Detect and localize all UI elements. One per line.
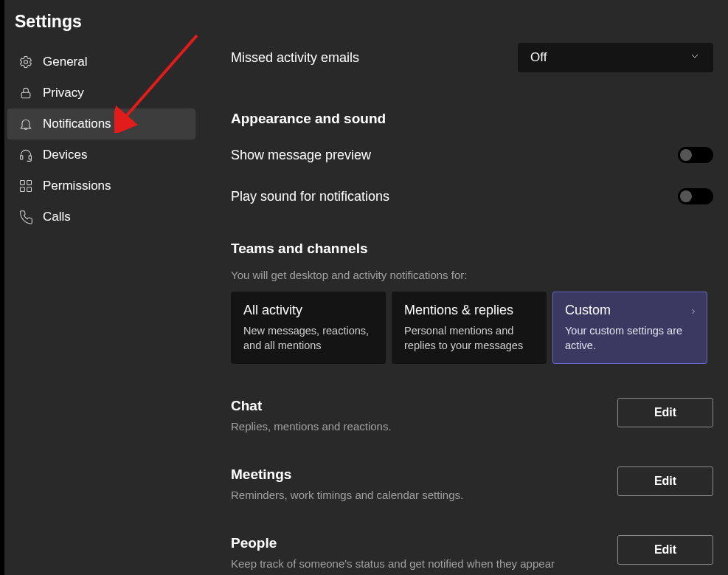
teams-channels-heading: Teams and channels [231, 241, 713, 257]
svg-rect-2 [21, 156, 23, 159]
sidebar-item-privacy[interactable]: Privacy [7, 78, 195, 109]
card-mentions-replies[interactable]: Mentions & replies Personal mentions and… [392, 292, 547, 364]
chevron-down-icon [689, 50, 701, 66]
play-sound-label: Play sound for notifications [231, 189, 389, 204]
card-title: Mentions & replies [404, 303, 534, 318]
meetings-title: Meetings [231, 466, 463, 483]
sidebar-item-label: Privacy [43, 86, 84, 100]
meetings-edit-button[interactable]: Edit [617, 466, 713, 496]
sidebar-item-notifications[interactable]: Notifications [7, 109, 195, 140]
card-title: All activity [243, 303, 373, 318]
missed-activity-dropdown[interactable]: Off [518, 43, 713, 72]
sidebar-item-label: General [43, 55, 87, 69]
show-preview-label: Show message preview [231, 148, 371, 163]
svg-rect-1 [21, 92, 30, 98]
sidebar: Settings General Privacy Notifications D… [4, 0, 198, 575]
people-desc: Keep track of someone's status and get n… [231, 557, 555, 570]
svg-rect-6 [21, 187, 25, 192]
card-desc: Personal mentions and replies to your me… [404, 324, 534, 353]
sidebar-item-devices[interactable]: Devices [7, 140, 195, 171]
people-edit-button[interactable]: Edit [617, 535, 713, 565]
sidebar-item-label: Calls [43, 210, 71, 224]
sidebar-item-calls[interactable]: Calls [7, 202, 195, 233]
sidebar-item-permissions[interactable]: Permissions [7, 171, 195, 202]
people-title: People [231, 535, 555, 551]
lock-icon [18, 85, 34, 101]
sidebar-item-general[interactable]: General [7, 47, 195, 78]
svg-rect-5 [27, 181, 32, 185]
svg-rect-3 [29, 156, 31, 159]
svg-rect-7 [27, 187, 32, 192]
svg-point-0 [24, 61, 28, 64]
card-custom[interactable]: Custom Your custom settings are active. [552, 292, 707, 364]
sidebar-item-label: Permissions [43, 179, 111, 193]
card-all-activity[interactable]: All activity New messages, reactions, an… [231, 292, 386, 364]
missed-activity-label: Missed activity emails [231, 50, 359, 66]
svg-rect-4 [21, 181, 25, 185]
headset-icon [18, 147, 34, 163]
chevron-right-icon [689, 306, 698, 319]
chat-title: Chat [231, 398, 392, 414]
dropdown-value: Off [530, 50, 547, 65]
apps-icon [18, 178, 34, 194]
meetings-desc: Reminders, work timings and calendar set… [231, 489, 463, 501]
main-content: Missed activity emails Off Appearance an… [198, 0, 728, 575]
card-title: Custom [565, 303, 695, 318]
card-desc: New messages, reactions, and all mention… [243, 324, 373, 353]
sidebar-item-label: Notifications [43, 117, 111, 131]
show-preview-toggle[interactable] [678, 147, 713, 163]
teams-channels-cards: All activity New messages, reactions, an… [231, 292, 713, 364]
chat-edit-button[interactable]: Edit [617, 398, 713, 427]
settings-title: Settings [4, 4, 198, 47]
chat-desc: Replies, mentions and reactions. [231, 420, 392, 433]
teams-channels-sub: You will get desktop and activity notifi… [231, 269, 713, 281]
appearance-heading: Appearance and sound [231, 111, 713, 127]
play-sound-toggle[interactable] [678, 188, 713, 204]
bell-icon [18, 116, 34, 132]
phone-icon [18, 209, 34, 225]
gear-icon [18, 54, 34, 70]
card-desc: Your custom settings are active. [565, 324, 695, 353]
sidebar-item-label: Devices [43, 148, 87, 162]
